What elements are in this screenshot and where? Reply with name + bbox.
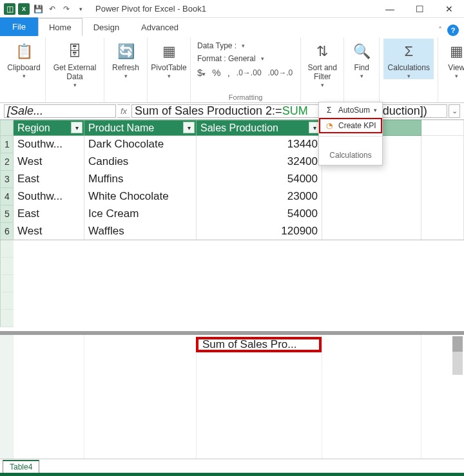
measure-cell-selected[interactable]: Sum of Sales Pro... — [196, 337, 322, 352]
sheet-tab-bar: Table4 — [0, 459, 464, 473]
blank-header — [421, 120, 464, 136]
collapse-ribbon-icon[interactable]: ˄ — [438, 26, 442, 35]
chevron-down-icon: ▾ — [124, 73, 128, 79]
comma-icon[interactable]: , — [227, 67, 230, 78]
data-type-selector[interactable]: Data Type :▾ — [197, 41, 245, 50]
decrease-decimal-icon[interactable]: .00→.0 — [268, 68, 293, 77]
data-grid[interactable]: Region▾ Product Name▾ Sales Production▾ … — [0, 120, 464, 331]
view-icon: ▦ — [446, 41, 464, 62]
increase-decimal-icon[interactable]: .0→.00 — [237, 68, 262, 77]
maximize-button[interactable]: ☐ — [405, 0, 434, 18]
tab-file[interactable]: File — [0, 17, 38, 36]
refresh-button[interactable]: 🔄 Refresh ▾ — [108, 39, 143, 79]
dropdown-caption: Calculations — [319, 139, 382, 165]
name-box[interactable]: [Sale... — [4, 104, 116, 118]
redo-icon[interactable]: ↷ — [61, 3, 72, 15]
column-header-sales[interactable]: Sales Production▾ — [197, 120, 322, 136]
currency-icon[interactable]: $▾ — [197, 67, 206, 78]
pivottable-button[interactable]: ▦ PivotTable ▾ — [151, 39, 186, 79]
formula-bar-row: [Sale... fx Sum of Sales Production 2:=S… — [0, 103, 464, 120]
formula-bar[interactable]: Sum of Sales Production 2:=SUM oduction]… — [131, 104, 447, 118]
table-row: 5 East Ice Cream 54000 — [1, 205, 464, 223]
menu-separator — [319, 136, 382, 137]
database-icon: 🗄 — [64, 41, 85, 62]
tab-design[interactable]: Design — [82, 18, 130, 36]
ribbon: 📋 Clipboard ▾ 🗄 Get External Data ▾ 🔄 Re… — [0, 36, 464, 103]
chevron-down-icon: ▾ — [321, 82, 324, 88]
column-header-product[interactable]: Product Name▾ — [84, 120, 197, 136]
pivottable-icon: ▦ — [159, 41, 179, 62]
get-external-data-button[interactable]: 🗄 Get External Data ▾ — [50, 39, 100, 88]
chevron-down-icon: ▾ — [23, 73, 26, 79]
tab-advanced[interactable]: Advanced — [130, 18, 189, 36]
column-header-region[interactable]: Region▾ — [14, 120, 84, 136]
chevron-down-icon: ▾ — [455, 73, 458, 79]
chevron-down-icon: ▾ — [360, 73, 363, 79]
sort-filter-button[interactable]: ⇅ Sort and Filter ▾ — [305, 39, 340, 88]
filter-dropdown-icon[interactable]: ▾ — [183, 122, 195, 133]
group-caption-formatting: Formatting — [195, 92, 296, 102]
view-button[interactable]: ▦ View ▾ — [442, 39, 464, 79]
vertical-scrollbar[interactable] — [452, 336, 463, 375]
measure-rownum-gutter — [0, 335, 13, 459]
calculations-dropdown: Σ AutoSum ◔ Create KPI Calculations — [318, 102, 383, 166]
create-kpi-menu-item[interactable]: ◔ Create KPI — [319, 118, 382, 133]
tab-home[interactable]: Home — [38, 18, 82, 36]
ribbon-tabs: File Home Design Advanced ˄ ? — [0, 18, 464, 36]
chevron-down-icon: ▾ — [407, 73, 411, 79]
refresh-icon: 🔄 — [115, 41, 136, 62]
excel-app-icon: X — [18, 3, 30, 15]
table-row: 3 East Muffins 54000 — [1, 171, 464, 188]
percent-icon[interactable]: % — [212, 67, 220, 78]
sigma-icon: Σ — [324, 105, 334, 115]
select-all-corner[interactable] — [1, 120, 14, 136]
table-row: 6 West Waffles 120900 — [1, 223, 464, 240]
window-title: Power Pivot for Excel - Book1 — [90, 4, 375, 14]
sort-icon: ⇅ — [312, 41, 333, 62]
table-row: 1 Southw... Dark Chocolate 13440 — [1, 136, 464, 153]
minimize-button[interactable]: — — [375, 0, 405, 18]
calculations-button[interactable]: Σ Calculations ▾ — [383, 39, 434, 79]
find-button[interactable]: 🔍 Find ▾ — [348, 39, 375, 79]
chevron-down-icon: ▾ — [73, 82, 77, 88]
undo-icon[interactable]: ↶ — [46, 3, 58, 15]
clipboard-icon: 📋 — [14, 41, 34, 62]
powerpivot-app-icon: ◫ — [4, 3, 15, 15]
help-icon[interactable]: ? — [447, 24, 459, 36]
sigma-icon: Σ — [398, 41, 419, 62]
clipboard-button[interactable]: 📋 Clipboard ▾ — [6, 39, 41, 79]
kpi-icon: ◔ — [324, 120, 334, 131]
status-bar: Record: 1 of 6 — [0, 473, 464, 476]
table-row: 2 West Candies 32400 — [1, 153, 464, 171]
save-icon[interactable]: 💾 — [32, 3, 44, 15]
fx-icon[interactable]: fx — [117, 104, 130, 118]
find-icon: 🔍 — [351, 41, 372, 62]
expand-formula-bar-icon[interactable]: ⌄ — [449, 104, 460, 118]
close-button[interactable]: ✕ — [434, 0, 464, 18]
table-row: 4 Southw... White Chocolate 23000 — [1, 188, 464, 205]
format-selector[interactable]: Format : General▾ — [197, 54, 264, 63]
quick-access-toolbar: ◫ X 💾 ↶ ↷ ▾ — [0, 3, 90, 15]
measure-grid[interactable]: Sum of Sales Pro... — [0, 335, 464, 459]
filter-dropdown-icon[interactable]: ▾ — [71, 122, 82, 133]
sheet-tab[interactable]: Table4 — [3, 460, 39, 473]
chevron-down-icon: ▾ — [168, 73, 171, 79]
autosum-menu-item[interactable]: Σ AutoSum — [319, 102, 382, 118]
title-bar: ◫ X 💾 ↶ ↷ ▾ Power Pivot for Excel - Book… — [0, 0, 464, 18]
qat-customize-icon[interactable]: ▾ — [75, 3, 86, 15]
